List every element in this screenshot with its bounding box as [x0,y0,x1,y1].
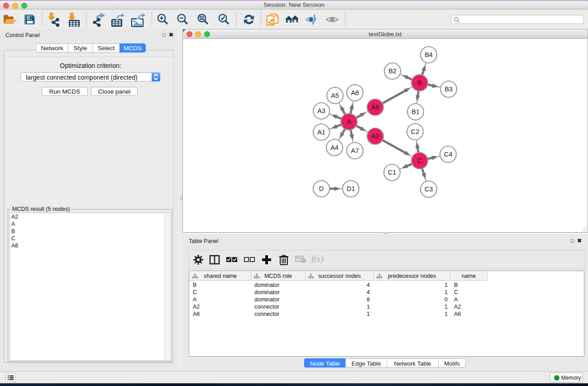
svg-text:A3: A3 [317,107,325,114]
svg-text:A8: A8 [351,89,359,96]
svg-text:C2: C2 [411,128,420,135]
svg-text:D: D [319,185,324,192]
svg-text:A7: A7 [351,147,359,154]
svg-text:A2: A2 [371,133,379,140]
svg-text:B4: B4 [425,51,433,58]
svg-text:B1: B1 [411,108,420,115]
svg-text:A1: A1 [317,129,325,136]
svg-text:B: B [417,79,422,86]
svg-text:B2: B2 [388,67,397,75]
svg-text:A5: A5 [331,92,339,99]
svg-text:B3: B3 [445,86,453,93]
svg-text:C3: C3 [425,186,433,193]
svg-text:A: A [347,118,351,125]
svg-text:D1: D1 [347,185,355,192]
svg-text:C4: C4 [444,151,453,158]
svg-text:C1: C1 [388,169,397,176]
svg-text:C: C [417,157,422,164]
svg-text:A4: A4 [330,144,339,151]
svg-text:A6: A6 [371,104,379,111]
